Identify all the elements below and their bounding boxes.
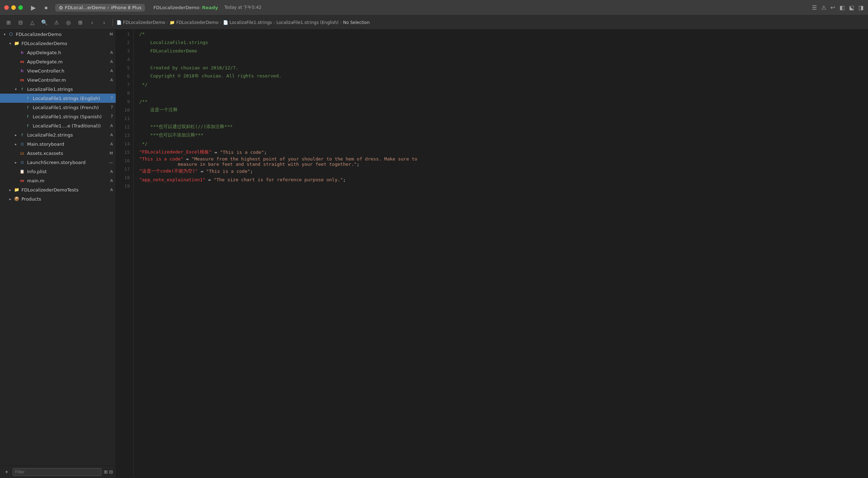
source-control-btn[interactable]: ◎ (63, 18, 73, 27)
grid-btn[interactable]: ⊞ (75, 18, 85, 27)
sidebar-item-localizafile1-spanish[interactable]: f LocalizaFile1.strings (Spanish) ? (0, 112, 116, 121)
products-icon: 📦 (13, 196, 20, 202)
info-badge: A (110, 169, 113, 174)
breadcrumb-current: No Selection (343, 20, 370, 25)
appdelegate-m-badge: A (110, 59, 113, 64)
titlebar: ▶ ■ ⚙ FDLocal...erDemo › iPhone 8 Plus F… (0, 0, 868, 15)
sidebar-item-main-folder[interactable]: 📁 FDLocalizederDemo (0, 39, 116, 48)
project-label: FDLocalizederDemo (16, 32, 108, 37)
scheme-name: FDLocal...erDemo (65, 5, 106, 10)
breadcrumb-item-2[interactable]: 📁 FDLocalizederDemo (170, 20, 218, 25)
code-line-6: Copyright © 2018年 chuxiao. All rights re… (139, 72, 868, 80)
line-num-2: 2 (116, 38, 133, 46)
code-line-2: LocalizaFile1.strings (139, 38, 868, 46)
filter-options-icon[interactable]: ⊟ (109, 469, 113, 474)
project-badge: M (110, 32, 113, 37)
navigator-toggle[interactable]: ⊞ (4, 18, 13, 27)
close-button[interactable] (4, 5, 9, 10)
main-storyboard-arrow (13, 141, 18, 146)
tests-icon: 📁 (13, 187, 20, 193)
sidebar-item-localizafile1-english[interactable]: f LocalizaFile1.strings (English) ? (0, 94, 116, 103)
info-plist-label: Info.plist (27, 169, 109, 174)
launchscreen-arrow (13, 160, 18, 165)
layout-icon[interactable]: ☰ (812, 4, 817, 11)
build-time: Today at 下午5:42 (224, 5, 261, 11)
sidebar-item-localizafile1-traditional[interactable]: f LocalizaFile1....e (Traditional)) A (0, 121, 116, 130)
code-editor[interactable]: 1 2 3 4 5 6 7 8 9 10 11 12 13 14 15 16 1… (116, 30, 868, 478)
spanish-icon: f (25, 113, 31, 120)
main-storyboard-label: Main.storyboard (27, 141, 109, 147)
panel-bottom-icon[interactable]: ⬕ (849, 4, 854, 11)
sidebar-item-viewcontroller-m[interactable]: m ViewController.m A (0, 75, 116, 84)
warnings-icon[interactable]: ⚠ (821, 4, 826, 11)
search-btn[interactable]: 🔍 (39, 18, 49, 27)
sidebar-item-main-m[interactable]: m main.m A (0, 176, 116, 185)
line-num-17: 17 (116, 165, 133, 173)
localizafile2-icon: f (19, 132, 25, 138)
sidebar-item-tests[interactable]: 📁 FDLocalizederDemoTests A (0, 185, 116, 194)
breakpoints-icon[interactable]: ↩ (830, 4, 835, 11)
line-num-5: 5 (116, 63, 133, 72)
appdelegate-h-badge: A (110, 50, 113, 55)
sidebar-item-localizafile1-french[interactable]: f LocalizaFile1.strings (French) ? (0, 103, 116, 112)
minimize-button[interactable] (11, 5, 16, 10)
panel-right-icon[interactable]: ◨ (859, 4, 864, 11)
localizafile1-english-label: LocalizaFile1.strings (English) (33, 96, 109, 101)
sidebar-item-project[interactable]: ⬡ FDLocalizederDemo M (0, 30, 116, 39)
separator: › (107, 5, 109, 10)
stop-button[interactable]: ■ (41, 3, 51, 13)
sidebar-item-appdelegate-h[interactable]: h AppDelegate.h A (0, 48, 116, 57)
viewcontroller-m-label: ViewController.m (27, 77, 109, 83)
warning-btn[interactable]: ⚠ (51, 18, 61, 27)
code-line-18: "app_note_explaination1" = "The size cha… (139, 175, 868, 184)
main-m-icon: m (19, 177, 25, 184)
localizafile2-badge: A (110, 133, 113, 137)
line-num-19: 19 (116, 182, 133, 190)
breadcrumb-item-4[interactable]: LocalizaFile1.strings (English) (276, 20, 339, 25)
line-num-1: 1 (116, 30, 133, 38)
line-num-4: 4 (116, 55, 133, 63)
add-file-button[interactable]: + (3, 468, 11, 476)
issues-btn[interactable]: △ (27, 18, 37, 27)
sidebar-item-localizafile2[interactable]: f LocalizaFile2.strings A (0, 130, 116, 139)
french-icon: f (25, 104, 31, 111)
scheme-selector[interactable]: ⚙ FDLocal...erDemo › iPhone 8 Plus (55, 4, 145, 12)
breadcrumb-item-1[interactable]: 📄 FDLocalizederDemo (116, 20, 165, 25)
assets-icon: 🗂 (19, 150, 25, 156)
sidebar-item-products[interactable]: 📦 Products (0, 194, 116, 203)
main-folder-label: FDLocalizederDemo (21, 41, 113, 46)
sidebar-item-info-plist[interactable]: 📋 Info.plist A (0, 167, 116, 176)
line-num-15: 15 (116, 148, 133, 156)
breadcrumb: 📄 FDLocalizederDemo › 📁 FDLocalizederDem… (116, 20, 864, 25)
main-storyboard-icon: ⊡ (19, 141, 25, 147)
sidebar-item-main-storyboard[interactable]: ⊡ Main.storyboard A (0, 139, 116, 149)
sidebar-item-viewcontroller-h[interactable]: h ViewController.h A (0, 66, 116, 75)
maximize-button[interactable] (18, 5, 23, 10)
toolbar: ⊞ ⊟ △ 🔍 ⚠ ◎ ⊞ ‹ › 📄 FDLocalizederDemo › … (0, 15, 868, 30)
sidebar-item-appdelegate-m[interactable]: m AppDelegate.m A (0, 57, 116, 66)
line-num-3: 3 (116, 46, 133, 55)
localizafile1-spanish-label: LocalizaFile1.strings (Spanish) (33, 114, 109, 119)
sidebar-item-assets[interactable]: 🗂 Assets.xcassets M (0, 149, 116, 158)
line-num-9: 9 (116, 97, 133, 106)
scheme-icon: ⚙ (59, 5, 63, 11)
code-line-9: /** (139, 97, 868, 106)
run-button[interactable]: ▶ (28, 3, 38, 13)
code-line-16: "This is a code" = "Measure from the hig… (139, 156, 868, 162)
sidebar-item-localizafile1[interactable]: f LocalizaFile1.strings (0, 84, 116, 94)
code-line-8 (139, 89, 868, 97)
main-content: ⬡ FDLocalizederDemo M 📁 FDLocalizederDem… (0, 30, 868, 478)
code-line-12: ***也可以通过双斜杠(//)添加注释*** (139, 122, 868, 131)
line-num-16: 16 (116, 156, 133, 165)
sidebar-item-launchscreen[interactable]: ⊡ LaunchScreen.storyboard — (0, 158, 116, 167)
filter-input[interactable] (13, 468, 102, 476)
spanish-badge: ? (111, 114, 113, 119)
breadcrumb-item-3[interactable]: 📄 LocalizaFile1.strings (223, 20, 272, 25)
bookmark-btn[interactable]: ⊟ (15, 18, 25, 27)
forward-btn[interactable]: › (99, 18, 109, 27)
panel-left-icon[interactable]: ◧ (840, 4, 845, 11)
back-btn[interactable]: ‹ (87, 18, 97, 27)
localizafile1-traditional-label: LocalizaFile1....e (Traditional)) (33, 123, 109, 128)
hierarchy-icon[interactable]: ⊞ (104, 469, 108, 474)
launchscreen-badge: — (109, 160, 113, 165)
